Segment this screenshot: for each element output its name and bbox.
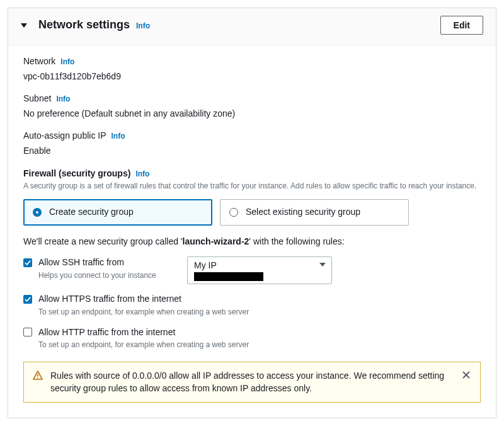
ssh-source-ip-redacted — [194, 272, 263, 281]
ssh-source-select[interactable]: My IP — [187, 256, 332, 284]
auto-ip-value: Enable — [23, 145, 481, 158]
warning-icon — [33, 371, 43, 381]
network-field: Network Info vpc-0b11f3d120b7eb6d9 — [23, 55, 481, 83]
info-link-auto-ip[interactable]: Info — [112, 131, 125, 142]
panel-title: Network settings — [38, 17, 130, 33]
warning-text: Rules with source of 0.0.0.0/0 allow all… — [50, 370, 454, 394]
check-icon — [25, 260, 31, 266]
firewall-desc: A security group is a set of firewall ru… — [23, 181, 481, 192]
warning-alert: Rules with source of 0.0.0.0/0 allow all… — [23, 362, 481, 403]
network-label: Network — [23, 55, 55, 68]
tile-select-sg-label: Select existing security group — [246, 206, 360, 219]
radio-create-sg-icon — [33, 208, 42, 217]
tile-select-sg[interactable]: Select existing security group — [220, 199, 409, 226]
rule-https-desc: To set up an endpoint, for example when … — [38, 307, 249, 318]
tile-create-sg-label: Create security group — [49, 206, 134, 219]
checkbox-ssh[interactable] — [23, 258, 32, 267]
radio-select-sg-icon — [229, 208, 238, 217]
auto-ip-field: Auto-assign public IP Info Enable — [23, 130, 481, 157]
info-link-firewall[interactable]: Info — [135, 169, 149, 180]
rule-https-label: Allow HTTPS traffic from the internet — [38, 293, 181, 306]
caret-down-icon[interactable] — [21, 23, 27, 28]
rule-ssh-desc: Helps you connect to your instance — [38, 270, 178, 281]
edit-button[interactable]: Edit — [440, 16, 483, 35]
info-link-header[interactable]: Info — [136, 21, 150, 32]
firewall-field: Firewall (security groups) Info A securi… — [23, 168, 481, 403]
rule-ssh-label: Allow SSH traffic from — [38, 256, 124, 269]
chevron-down-icon — [319, 263, 326, 267]
checkbox-http[interactable] — [23, 328, 32, 336]
auto-ip-label: Auto-assign public IP — [23, 130, 106, 142]
rule-http-desc: To set up an endpoint, for example when … — [38, 340, 249, 350]
rule-https-row: Allow HTTPS traffic from the internet To… — [23, 293, 481, 317]
close-icon[interactable] — [461, 370, 471, 380]
sg-name: launch-wizard-2 — [183, 236, 249, 246]
info-link-subnet[interactable]: Info — [56, 94, 70, 105]
network-value: vpc-0b11f3d120b7eb6d9 — [23, 71, 481, 83]
rule-http-row: Allow HTTP traffic from the internet To … — [23, 326, 481, 350]
subnet-value: No preference (Default subnet in any ava… — [23, 108, 481, 120]
subnet-field: Subnet Info No preference (Default subne… — [23, 93, 481, 120]
ssh-source-value: My IP — [194, 261, 311, 270]
svg-point-1 — [37, 377, 38, 379]
panel-header: Network settings Info Edit — [8, 8, 496, 45]
tile-create-sg[interactable]: Create security group — [23, 199, 212, 226]
info-link-network[interactable]: Info — [60, 57, 74, 67]
network-settings-panel: Network settings Info Edit Network Info … — [8, 8, 496, 418]
rule-ssh-row: Allow SSH traffic from Helps you connect… — [23, 256, 481, 284]
firewall-label: Firewall (security groups) — [23, 168, 130, 180]
checkbox-https[interactable] — [23, 295, 32, 304]
subnet-label: Subnet — [23, 93, 51, 105]
rule-http-label: Allow HTTP traffic from the internet — [38, 326, 175, 339]
sg-intro: We'll create a new security group called… — [23, 236, 481, 248]
check-icon — [25, 296, 31, 302]
